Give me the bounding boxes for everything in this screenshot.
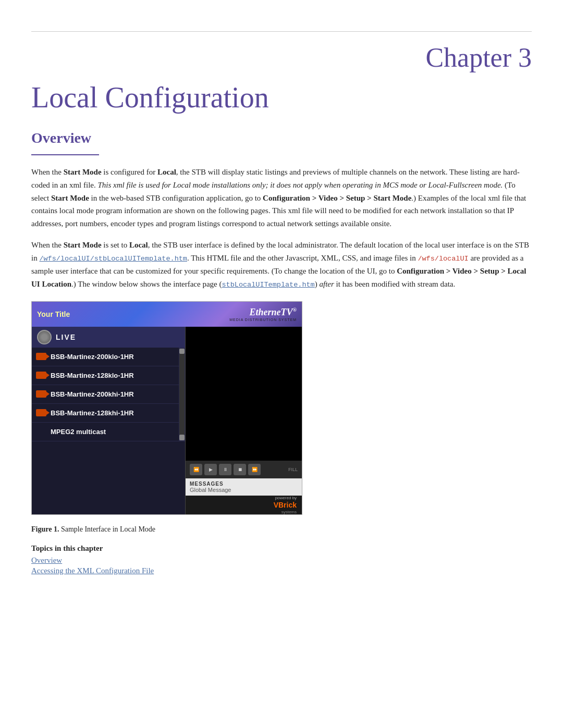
tv-live-bar: LIVE [32,327,185,348]
channel-name-1: BSB-Martinez-200klo-1HR [51,353,134,361]
italic-xml-note: This xml file is used for Local mode ins… [97,181,503,189]
topic-link-xml[interactable]: Accessing the XML Configuration File [31,566,154,575]
scrollbar-track [179,354,185,435]
section-rule [31,154,99,155]
code-path-1: /wfs/localUI/stbLocalUITemplate.htm [39,255,187,263]
tv-messages: MESSAGES Global Message [186,478,302,496]
tv-footer: powered by VBrick systems [186,496,302,514]
vbrick-logo: VBrick [274,501,297,509]
powered-by-label: powered by [274,496,297,500]
topic-item-1: Overview [31,556,532,565]
scrollbar-thumb-bottom [179,435,185,440]
vbrick-sub: systems [274,510,297,514]
code-path-2: /wfs/localUI [418,255,468,263]
bold-config-path-1: Configuration > Video > Setup > Start Mo… [263,194,411,202]
topics-list: Overview Accessing the XML Configuration… [31,556,532,575]
bold-local-1: Local [157,168,176,176]
camera-icon-1 [36,353,46,360]
tv-body: LIVE BSB-Martinez-200klo-1HR BSB-Martine [32,327,302,514]
tv-live-label: LIVE [56,333,76,341]
messages-text: Global Message [190,487,298,493]
tv-channel-list: BSB-Martinez-200klo-1HR BSB-Martinez-128… [32,348,179,441]
tv-logo-text: EtherneTV® [250,307,297,317]
section-heading: Overview [0,130,563,154]
tv-channel-plain[interactable]: MPEG2 multicast [32,423,179,441]
bold-local-2: Local [129,241,148,249]
fill-label: FILL [288,467,298,472]
bold-start-mode-2: Start Mode [51,194,89,202]
tv-right-panel: ⏪ ▶ ⏸ ⏹ ⏩ FILL MESSAGES Global Message [186,327,302,514]
tv-scrollbar[interactable] [179,348,185,441]
channel-name-4: BSB-Martinez-128khi-1HR [51,409,134,417]
tv-channel-item[interactable]: BSB-Martinez-200klo-1HR [32,348,179,366]
paragraph-2: When the Start Mode is set to Local, the… [31,239,532,291]
tv-channel-panel: LIVE BSB-Martinez-200klo-1HR BSB-Martine [32,327,186,514]
tv-video-area [186,327,302,461]
topic-item-2: Accessing the XML Configuration File [31,566,532,575]
camera-icon-4 [36,409,46,416]
paragraph-1: When the Start Mode is configured for Lo… [31,166,532,230]
tv-header-bar: Your Title EtherneTV® MEDIA DISTRIBUTION… [32,302,302,327]
play-button[interactable]: ▶ [204,464,217,475]
chapter-number: Chapter 3 [0,32,563,73]
camera-icon-3 [36,390,46,398]
vbrick-logo-container: powered by VBrick systems [274,496,297,514]
fast-forward-button[interactable]: ⏩ [248,464,261,475]
italic-after: after [319,280,334,288]
stop-button[interactable]: ⏹ [234,464,246,475]
scrollbar-thumb [179,349,185,354]
rewind-button[interactable]: ⏪ [190,464,202,475]
content-area: When the Start Mode is configured for Lo… [0,166,563,575]
page-container: Chapter 3 Local Configuration Overview W… [0,31,563,728]
topics-heading: Topics in this chapter [31,544,532,553]
tv-channel-item[interactable]: BSB-Martinez-128khi-1HR [32,404,179,423]
figure-caption: Figure 1. Sample Interface in Local Mode [31,525,532,534]
code-path-3: stbLocalUITemplate.htm [222,281,314,289]
tv-title: Your Title [37,310,70,318]
tv-logo-container: EtherneTV® MEDIA DISTRIBUTION SYSTEM [229,307,297,322]
tv-channel-item[interactable]: BSB-Martinez-128klo-1HR [32,366,179,385]
tv-live-icon [37,330,52,344]
topic-link-overview[interactable]: Overview [31,556,62,564]
tv-channel-item[interactable]: BSB-Martinez-200khi-1HR [32,385,179,404]
channel-name-2: BSB-Martinez-128klo-1HR [51,372,134,379]
bold-start-mode-1: Start Mode [64,168,102,176]
bold-start-mode-3: Start Mode [64,241,102,249]
tv-left-inner: BSB-Martinez-200klo-1HR BSB-Martinez-128… [32,348,185,441]
tv-logo-sub: MEDIA DISTRIBUTION SYSTEM [229,318,297,322]
chapter-title: Local Configuration [0,73,563,130]
camera-icon-2 [36,372,46,379]
figure-screenshot: Your Title EtherneTV® MEDIA DISTRIBUTION… [31,301,302,515]
pause-button[interactable]: ⏸ [219,464,231,475]
figure-caption-bold: Figure 1. [31,525,59,533]
channel-name-3: BSB-Martinez-200khi-1HR [51,390,134,398]
messages-label: MESSAGES [190,481,298,487]
figure-caption-text: Sample Interface in Local Mode [59,525,155,533]
tv-controls: ⏪ ▶ ⏸ ⏹ ⏩ FILL [186,461,302,478]
